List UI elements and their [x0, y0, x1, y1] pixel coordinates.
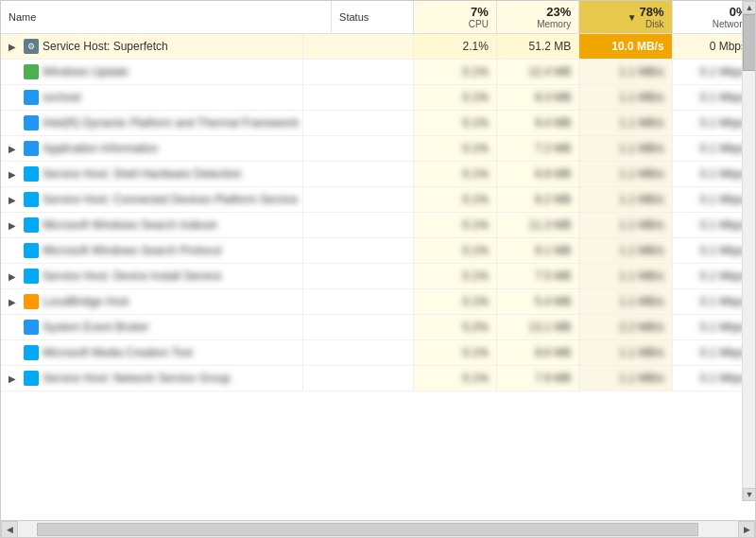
- scroll-thumb[interactable]: [743, 14, 755, 71]
- cpu-cell: 0.1%: [414, 264, 496, 289]
- status-cell: [332, 85, 414, 111]
- process-name-cell: Microsoft Media Creation Tool: [1, 340, 303, 365]
- process-icon: ⚙: [24, 39, 39, 54]
- table-row[interactable]: ▶Microsoft Windows Search Indexer0.1%11.…: [1, 213, 755, 238]
- horizontal-scrollbar[interactable]: ◀ ▶: [1, 520, 755, 537]
- status-cell: [332, 34, 414, 60]
- status-cell: [332, 213, 414, 238]
- process-name-text: Service Host: Superfetch: [43, 40, 168, 53]
- table-row[interactable]: ▶LocalBridge Host0.1%5.4 MB1.1 MB/s0.1 M…: [1, 289, 755, 315]
- table-row[interactable]: ▶Application Information0.1%7.2 MB1.1 MB…: [1, 136, 755, 162]
- table-row[interactable]: Microsoft Windows Search Protocol0.1%9.1…: [1, 238, 755, 264]
- process-icon: [24, 90, 39, 105]
- expand-arrow-icon[interactable]: ▶: [9, 42, 20, 52]
- process-name-text: LocalBridge Host: [43, 295, 129, 308]
- table-row[interactable]: ▶⚙Service Host: Superfetch2.1%51.2 MB10.…: [1, 34, 755, 60]
- status-cell: [332, 238, 414, 264]
- status-cell: [332, 136, 414, 162]
- memory-cell: 8.3 MB: [496, 85, 578, 111]
- hscroll-thumb[interactable]: [37, 523, 698, 536]
- process-name-cell: Windows Update: [1, 60, 303, 84]
- network-label: Network: [680, 19, 747, 29]
- process-icon: [24, 141, 39, 156]
- memory-cell: 8.6 MB: [496, 340, 578, 366]
- scroll-down-arrow[interactable]: ▼: [743, 488, 755, 501]
- col-header-disk[interactable]: ▼ 78% Disk: [579, 1, 672, 34]
- col-header-memory[interactable]: 23% Memory: [496, 1, 578, 34]
- process-name-cell: ▶Service Host: Device Install Service: [1, 264, 303, 288]
- process-name-text: Service Host: Network Service Group: [43, 372, 231, 385]
- process-name-text: Service Host: Shell Hardware Detection: [43, 167, 242, 181]
- col-name-label: Name: [9, 11, 36, 23]
- memory-cell: 12.4 MB: [496, 60, 578, 85]
- table-row[interactable]: Windows Update0.1%12.4 MB1.1 MB/s0.1 Mbp…: [1, 60, 755, 85]
- table-row[interactable]: ▶Service Host: Connected Devices Platfor…: [1, 187, 755, 213]
- table-row[interactable]: svchost0.1%8.3 MB1.1 MB/s0.1 Mbps: [1, 85, 755, 111]
- vertical-scrollbar[interactable]: ▲ ▼: [742, 1, 755, 501]
- scroll-up-arrow[interactable]: ▲: [743, 1, 755, 14]
- table-row[interactable]: ▶Service Host: Network Service Group0.1%…: [1, 366, 755, 391]
- process-icon: [24, 294, 39, 309]
- col-header-status[interactable]: Status: [332, 1, 414, 34]
- cpu-cell: 0.1%: [414, 162, 496, 187]
- table-row[interactable]: ▶Service Host: Device Install Service0.1…: [1, 264, 755, 289]
- memory-cell: 7.2 MB: [496, 136, 578, 162]
- disk-cell: 1.1 MB/s: [579, 366, 672, 391]
- process-name-text: Windows Update: [43, 65, 129, 78]
- process-name-text: Microsoft Media Creation Tool: [43, 346, 193, 359]
- process-name-text: Microsoft Windows Search Indexer: [43, 218, 217, 232]
- process-name-text: Service Host: Connected Devices Platform…: [43, 193, 298, 206]
- process-name-cell: ▶⚙Service Host: Superfetch: [1, 34, 303, 59]
- disk-cell: 1.1 MB/s: [579, 213, 672, 238]
- expand-arrow-icon[interactable]: ▶: [9, 144, 20, 154]
- expand-arrow-icon[interactable]: ▶: [9, 220, 20, 231]
- cpu-cell: 0.1%: [414, 187, 496, 213]
- process-icon: [24, 192, 39, 207]
- status-cell: [332, 60, 414, 85]
- disk-cell: 1.1 MB/s: [579, 289, 672, 315]
- expand-arrow-icon[interactable]: ▶: [9, 373, 20, 384]
- disk-cell: 1.1 MB/s: [579, 60, 672, 85]
- process-name-text: Application Information: [43, 142, 158, 155]
- process-name-text: Service Host: Device Install Service: [43, 269, 221, 283]
- process-name-cell: ▶Application Information: [1, 136, 303, 161]
- expand-arrow-icon[interactable]: ▶: [9, 297, 20, 307]
- table-row[interactable]: Intel(R) Dynamic Platform and Thermal Fr…: [1, 111, 755, 136]
- process-icon: [24, 269, 39, 284]
- scroll-left-arrow[interactable]: ◀: [1, 521, 18, 538]
- task-manager-window: Name Status 7% CPU 23% Memory: [0, 0, 756, 538]
- table-row[interactable]: System Event Broker0.2%13.1 MB2.2 MB/s0.…: [1, 315, 755, 340]
- memory-label: Memory: [505, 19, 571, 29]
- process-table: Name Status 7% CPU 23% Memory: [1, 1, 755, 391]
- memory-cell: 8.2 MB: [496, 187, 578, 213]
- expand-arrow-icon[interactable]: ▶: [9, 169, 20, 180]
- process-name-text: svchost: [43, 91, 81, 104]
- col-header-name[interactable]: Name: [1, 1, 332, 34]
- expand-arrow-icon[interactable]: ▶: [9, 195, 20, 205]
- process-name-cell: ▶Service Host: Network Service Group: [1, 366, 303, 390]
- cpu-percent: 7%: [421, 5, 488, 19]
- table-row[interactable]: ▶Service Host: Shell Hardware Detection0…: [1, 162, 755, 187]
- cpu-cell: 0.1%: [414, 136, 496, 162]
- process-icon: [24, 115, 39, 130]
- process-name-cell: Microsoft Windows Search Protocol: [1, 238, 303, 263]
- cpu-cell: 0.1%: [414, 60, 496, 85]
- process-icon: [24, 345, 39, 360]
- cpu-cell: 0.1%: [414, 340, 496, 366]
- status-cell: [332, 366, 414, 391]
- process-name-text: Intel(R) Dynamic Platform and Thermal Fr…: [43, 116, 299, 130]
- col-header-cpu[interactable]: 7% CPU: [414, 1, 496, 34]
- table-row[interactable]: Microsoft Media Creation Tool0.1%8.6 MB1…: [1, 340, 755, 366]
- cpu-cell: 0.1%: [414, 238, 496, 264]
- memory-cell: 6.8 MB: [496, 162, 578, 187]
- status-cell: [332, 340, 414, 366]
- expand-arrow-icon[interactable]: ▶: [9, 271, 20, 282]
- memory-cell: 11.3 MB: [496, 213, 578, 238]
- disk-cell: 2.2 MB/s: [579, 315, 672, 340]
- sort-arrow-icon: ▼: [627, 12, 637, 23]
- status-cell: [332, 289, 414, 315]
- process-icon: [24, 166, 39, 182]
- scroll-right-arrow[interactable]: ▶: [738, 521, 755, 538]
- memory-cell: 7.5 MB: [496, 264, 578, 289]
- status-cell: [332, 187, 414, 213]
